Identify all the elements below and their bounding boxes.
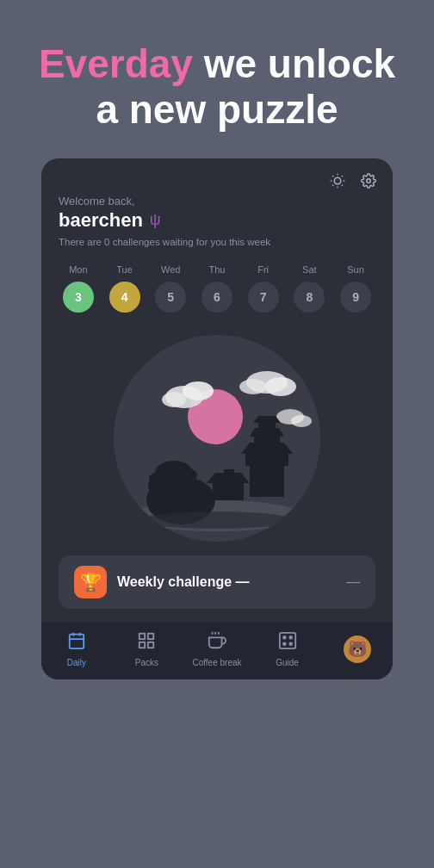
nav-item-guide[interactable]: Guide: [262, 631, 313, 667]
nav-item-daily[interactable]: Daily: [51, 631, 102, 667]
weekly-challenge-banner[interactable]: 🏆 Weekly challenge — —: [59, 555, 375, 609]
challenge-label: Weekly challenge —: [117, 574, 336, 590]
svg-rect-21: [250, 462, 284, 497]
nav-item-packs[interactable]: Packs: [121, 631, 172, 667]
daily-label: Daily: [67, 658, 86, 667]
day-label-mon: Mon: [63, 264, 94, 275]
day-3[interactable]: 3: [63, 282, 94, 313]
svg-point-9: [367, 179, 371, 183]
svg-rect-34: [213, 483, 244, 500]
svg-point-15: [162, 392, 186, 407]
svg-rect-26: [258, 423, 276, 430]
svg-rect-44: [148, 642, 153, 648]
svg-point-20: [291, 415, 312, 427]
day-label-wed: Wed: [155, 264, 186, 275]
coffee-icon: [208, 631, 226, 654]
svg-point-50: [283, 636, 286, 639]
day-label-fri: Fri: [248, 264, 279, 275]
nav-item-coffee[interactable]: Coffee break: [191, 631, 243, 667]
svg-point-37: [141, 512, 293, 529]
day-6[interactable]: 6: [202, 282, 232, 313]
day-4[interactable]: 4: [109, 282, 140, 313]
brightness-icon[interactable]: [327, 170, 348, 191]
svg-rect-43: [148, 634, 153, 639]
guide-icon: [278, 631, 297, 654]
header-section: Everday we unlock a new puzzle: [0, 0, 434, 158]
welcome-text: Welcome back,: [59, 195, 375, 208]
svg-point-52: [283, 642, 286, 645]
svg-point-17: [265, 377, 296, 396]
svg-line-8: [342, 176, 343, 177]
svg-rect-45: [140, 642, 145, 648]
day-9[interactable]: 9: [340, 282, 371, 313]
svg-line-4: [342, 185, 343, 186]
guide-label: Guide: [276, 658, 299, 667]
svg-rect-38: [70, 634, 84, 648]
svg-rect-22: [245, 454, 288, 466]
svg-point-32: [149, 471, 173, 487]
svg-point-33: [177, 468, 197, 482]
illustration-circle: [114, 335, 320, 542]
calendar-section: Mon Tue Wed Thu Fri Sat Sun 3 4 5 6 7 8 …: [41, 256, 393, 326]
app-card: Welcome back, baerchen ψ There are 0 cha…: [41, 158, 393, 679]
user-section: Welcome back, baerchen ψ There are 0 cha…: [41, 191, 393, 256]
day-label-sun: Sun: [340, 264, 371, 275]
svg-point-53: [289, 642, 292, 645]
svg-rect-24: [254, 437, 280, 445]
day-label-tue: Tue: [109, 264, 140, 275]
svg-rect-49: [279, 633, 294, 648]
day-labels: Mon Tue Wed Thu Fri Sat Sun: [55, 264, 379, 275]
header-highlight: Everday: [39, 41, 193, 86]
challenge-arrow-icon: —: [346, 574, 360, 590]
day-7[interactable]: 7: [248, 282, 279, 313]
svg-rect-36: [224, 469, 234, 474]
day-label-sat: Sat: [294, 264, 325, 275]
username-decoration-icon: ψ: [150, 211, 161, 229]
challenge-trophy-icon: 🏆: [74, 566, 107, 598]
daily-icon: [67, 631, 86, 654]
card-topbar: [41, 158, 393, 191]
settings-icon[interactable]: [358, 170, 379, 191]
svg-rect-42: [140, 634, 145, 639]
illustration-container: [41, 326, 393, 555]
svg-line-7: [332, 185, 333, 186]
day-8[interactable]: 8: [294, 282, 325, 313]
username: baerchen: [59, 209, 143, 232]
header-title: Everday we unlock a new puzzle: [34, 41, 400, 133]
challenges-text: There are 0 challenges waiting for you t…: [59, 237, 375, 247]
svg-point-0: [334, 177, 341, 184]
svg-point-14: [183, 381, 214, 400]
day-label-thu: Thu: [202, 264, 232, 275]
username-row: baerchen ψ: [59, 209, 375, 232]
coffee-label: Coffee break: [192, 658, 241, 667]
svg-point-51: [289, 636, 292, 639]
day-5[interactable]: 5: [155, 282, 186, 313]
packs-icon: [137, 631, 156, 654]
avatar-icon: 🐻: [344, 636, 371, 663]
nav-item-avatar[interactable]: 🐻: [332, 636, 383, 663]
day-numbers: 3 4 5 6 7 8 9: [55, 282, 379, 313]
svg-point-18: [239, 379, 267, 394]
bottom-nav: Daily Packs: [41, 623, 393, 679]
packs-label: Packs: [135, 658, 158, 667]
svg-line-3: [332, 176, 333, 177]
